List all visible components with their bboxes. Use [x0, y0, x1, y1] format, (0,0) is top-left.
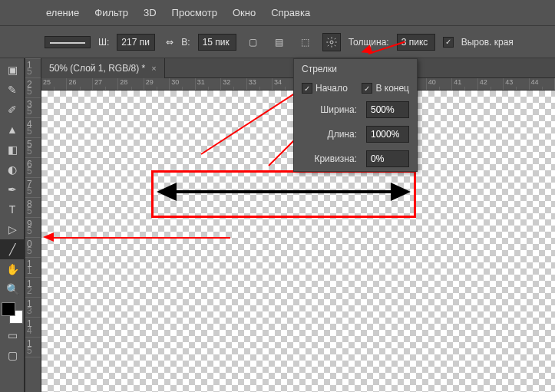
svg-point-0	[330, 41, 333, 44]
length-pct-label: Длина:	[302, 129, 362, 140]
pen-tool[interactable]: ✒	[0, 180, 25, 199]
zoom-tool[interactable]: 🔍	[0, 279, 25, 299]
options-bar: Ш: ⇔ В: ▢ ▤ ⬚ Толщина: ✓ Выров. края	[0, 26, 555, 58]
start-label: Начало	[315, 83, 348, 94]
color-swatches[interactable]	[2, 302, 25, 325]
menu-filter[interactable]: Фильтр	[94, 7, 128, 18]
menu-help[interactable]: Справка	[271, 7, 310, 18]
vertical-ruler: 15 25 35 45 55 65 75 85 95 05 11 12 13 1…	[25, 58, 41, 392]
width-label: Ш:	[98, 37, 109, 48]
main-menu: еление Фильтр 3D Просмотр Окно Справка	[0, 0, 555, 26]
stroke-preview[interactable]	[45, 36, 91, 48]
annotation-box	[151, 170, 416, 218]
menu-edit[interactable]: еление	[46, 7, 79, 18]
menu-window[interactable]: Окно	[233, 7, 256, 18]
start-checkbox[interactable]: ✓	[302, 83, 312, 94]
line-tool[interactable]: ╱	[0, 239, 25, 259]
width-pct-input[interactable]	[366, 101, 409, 118]
crop-tool[interactable]: ▣	[0, 60, 25, 80]
arrows-panel: Стрелки ✓ Начало ✓ В конец Ширина: Длина…	[293, 58, 418, 172]
concavity-label: Кривизна:	[302, 153, 362, 164]
eraser-tool[interactable]: ◧	[0, 140, 25, 160]
stamp-tool[interactable]: ▲	[0, 120, 25, 140]
end-label: В конец	[375, 83, 409, 94]
fill-icon[interactable]: ▢	[244, 33, 263, 51]
brush-tool[interactable]: ✐	[0, 100, 25, 120]
menu-3d[interactable]: 3D	[144, 7, 157, 18]
arrange-icon[interactable]: ⬚	[296, 33, 315, 51]
align-edges-checkbox[interactable]: ✓	[443, 37, 454, 48]
annotation-arrow-4	[54, 237, 230, 239]
tools-sidebar: ✥ ◯ ✦ ▣ ✎ ✐ ▲ ◧ ◐ ✒ T ▷ ╱ ✋ 🔍 ▭ ▢	[0, 0, 25, 392]
length-pct-input[interactable]	[366, 126, 409, 143]
end-checkbox[interactable]: ✓	[362, 83, 372, 94]
path-select-tool[interactable]: ▷	[0, 219, 25, 239]
width-pct-label: Ширина:	[302, 104, 362, 115]
align-edges-label: Выров. края	[461, 37, 514, 48]
mask-mode[interactable]: ▭	[0, 325, 25, 345]
doc-tab-title: 50% (Слой 1, RGB/8) *	[49, 63, 145, 74]
doc-tab[interactable]: 50% (Слой 1, RGB/8) * ×	[41, 58, 165, 78]
concavity-input[interactable]	[366, 150, 409, 167]
hand-tool[interactable]: ✋	[0, 259, 25, 279]
screen-mode[interactable]: ▢	[0, 345, 25, 365]
arrows-panel-title: Стрелки	[294, 59, 417, 79]
height-label: В:	[181, 37, 190, 48]
menu-view[interactable]: Просмотр	[172, 7, 217, 18]
width-input[interactable]	[117, 34, 155, 51]
gear-icon[interactable]	[322, 33, 341, 51]
height-input[interactable]	[198, 34, 236, 51]
gradient-tool[interactable]: ◐	[0, 160, 25, 180]
eyedropper-tool[interactable]: ✎	[0, 80, 25, 100]
align-icon[interactable]: ▤	[270, 33, 289, 51]
close-icon[interactable]: ×	[151, 64, 156, 73]
type-tool[interactable]: T	[0, 199, 25, 219]
annotation-arrowhead-4	[43, 232, 54, 242]
foreground-color[interactable]	[2, 302, 15, 316]
